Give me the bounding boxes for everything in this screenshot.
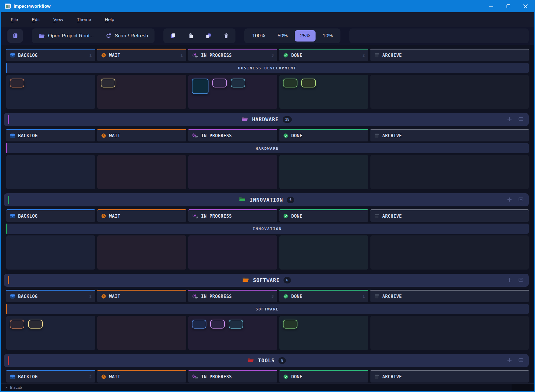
menu-file[interactable]: File: [11, 17, 18, 22]
column-count: 3: [271, 53, 274, 58]
add-card-button[interactable]: [506, 276, 513, 284]
section-header-tools[interactable]: TOOLS5: [4, 354, 529, 367]
clock-icon: [101, 133, 106, 138]
window-title: impact4workflow: [14, 4, 51, 9]
task-card[interactable]: [301, 79, 316, 87]
column-count: 2: [362, 53, 365, 58]
zoom-100-button[interactable]: 100%: [247, 30, 270, 42]
group-label: BUSINESS DEVELOPMENT: [238, 66, 297, 70]
column-header-done: DONE1: [279, 290, 368, 302]
task-card[interactable]: [192, 79, 208, 94]
column-headers-innovation: BACKLOGWAITIN PROGRESSDONEARCHIVE: [6, 209, 529, 222]
collapse-section-button[interactable]: [518, 277, 524, 283]
delete-button[interactable]: [223, 33, 229, 39]
plus-icon: [507, 197, 512, 203]
section-accent-bar: [8, 276, 9, 284]
column-label: WAIT: [109, 133, 120, 138]
zoom-group: 100%50%25%10%: [244, 28, 340, 43]
column-headers-tools: BACKLOG2WAITIN PROGRESSDONEARCHIVE: [6, 370, 529, 383]
task-card[interactable]: [231, 79, 245, 87]
column-header-archive: ARCHIVE: [370, 370, 529, 383]
scrollbar-track[interactable]: [530, 45, 534, 383]
expander-arrow-icon[interactable]: [6, 386, 7, 389]
column-headers-business-development: BACKLOG1WAIT1IN PROGRESS3DONE2ARCHIVE: [6, 49, 529, 61]
task-card[interactable]: [229, 320, 243, 329]
check-icon: [283, 133, 289, 138]
column-label: DONE: [291, 374, 302, 380]
task-card[interactable]: [283, 79, 297, 87]
sidebar-icon: [12, 33, 18, 39]
add-card-button[interactable]: [506, 357, 513, 365]
task-card[interactable]: [101, 79, 115, 87]
section-tools: TOOLS5BACKLOG2WAITIN PROGRESSDONEARCHIVE: [4, 354, 529, 383]
collapse-icon: [518, 278, 523, 283]
zoom-50-button[interactable]: 50%: [272, 30, 293, 42]
folder-icon: [241, 116, 248, 123]
column-header-backlog: BACKLOG1: [6, 49, 95, 61]
copy-icon: [170, 33, 176, 39]
group-accent-bar: [6, 224, 7, 234]
project-actions-group: Open Project Root... Scan / Refresh: [32, 28, 155, 43]
column-label: ARCHIVE: [382, 294, 402, 299]
section-count-badge: 15: [283, 116, 292, 123]
collapse-section-button[interactable]: [518, 116, 524, 123]
task-card[interactable]: [212, 79, 227, 87]
card-cell-backlog: [6, 235, 95, 270]
cards-row-business-development: [6, 75, 529, 109]
card-cell-inprogress: [188, 316, 277, 350]
menu-help[interactable]: Help: [105, 17, 114, 22]
gears-icon: [192, 374, 198, 380]
add-card-button[interactable]: [506, 196, 513, 204]
menu-edit[interactable]: Edit: [32, 17, 40, 22]
section-header-software[interactable]: SOFTWARE6: [4, 274, 529, 287]
close-button[interactable]: [517, 0, 534, 12]
column-label: IN PROGRESS: [201, 133, 232, 138]
column-label: IN PROGRESS: [201, 294, 232, 299]
column-count: 2: [89, 375, 92, 379]
section-header-hardware[interactable]: HARDWARE15: [4, 113, 529, 126]
column-header-archive: ARCHIVE: [370, 129, 529, 141]
column-header-wait: WAIT1: [97, 49, 186, 61]
collapse-section-button[interactable]: [518, 197, 524, 203]
card-cell-archive: [370, 235, 529, 270]
scan-refresh-button[interactable]: Scan / Refresh: [106, 33, 148, 39]
task-card[interactable]: [10, 320, 24, 329]
menu-view[interactable]: View: [53, 17, 63, 22]
app-window: impact4workflow FileEditViewThemeHelp Op…: [0, 0, 535, 392]
column-header-wait: WAIT: [97, 129, 186, 141]
minimize-button[interactable]: [483, 0, 500, 12]
group-row-business-development: BUSINESS DEVELOPMENT: [6, 63, 529, 73]
resize-grip[interactable]: [512, 384, 534, 391]
duplicate-button[interactable]: [206, 33, 211, 39]
copy-button[interactable]: [170, 33, 176, 39]
column-header-wait: WAIT: [97, 209, 186, 222]
inbox-icon: [10, 294, 15, 299]
group-accent-bar: [6, 63, 7, 73]
column-header-done: DONE: [279, 129, 368, 141]
add-card-button[interactable]: [506, 116, 513, 124]
card-cell-done: [279, 235, 368, 270]
zoom-25-button[interactable]: 25%: [295, 30, 316, 42]
plus-icon: [507, 277, 512, 284]
collapse-icon: [518, 117, 523, 122]
paste-button[interactable]: [188, 33, 194, 39]
card-cell-wait: [97, 235, 186, 270]
section-actions: [506, 116, 524, 124]
section-header-innovation[interactable]: INNOVATION6: [4, 193, 529, 206]
sidebar-toggle-button[interactable]: [7, 29, 23, 43]
task-card[interactable]: [10, 79, 24, 87]
task-card[interactable]: [28, 320, 43, 329]
task-card[interactable]: [283, 320, 297, 329]
card-cell-inprogress: [188, 155, 277, 189]
menu-theme[interactable]: Theme: [77, 17, 91, 22]
collapse-section-button[interactable]: [518, 357, 524, 364]
zoom-10-button[interactable]: 10%: [317, 30, 338, 42]
task-card[interactable]: [192, 320, 206, 329]
open-project-button[interactable]: Open Project Root...: [38, 33, 94, 39]
column-header-inprogress: IN PROGRESS: [188, 370, 277, 383]
task-card[interactable]: [210, 320, 225, 329]
group-row-innovation: INNOVATION: [6, 224, 529, 234]
maximize-button[interactable]: [500, 0, 517, 12]
gears-icon: [192, 213, 198, 219]
section-title: HARDWARE: [252, 117, 279, 122]
